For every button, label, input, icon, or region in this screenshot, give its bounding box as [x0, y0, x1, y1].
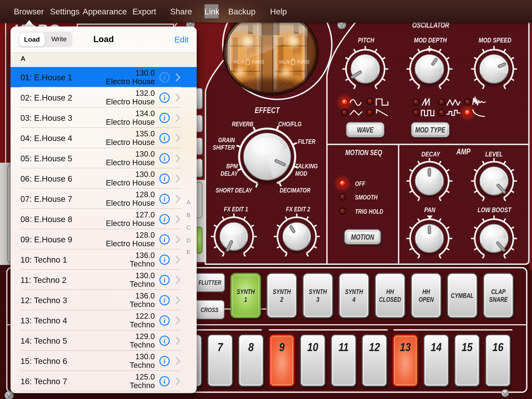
svg-text:CROSS: CROSS [201, 306, 218, 314]
svg-text:i: i [164, 175, 165, 182]
svg-text:i: i [164, 378, 165, 385]
svg-text:16: 16 [493, 341, 504, 354]
svg-text:i: i [164, 296, 165, 304]
svg-text:SYNTH: SYNTH [345, 288, 363, 296]
svg-text:FX EDIT 2: FX EDIT 2 [286, 205, 310, 213]
svg-text:i: i [164, 195, 165, 202]
svg-text:DECAY: DECAY [421, 150, 440, 158]
svg-text:FILTER: FILTER [298, 138, 316, 145]
svg-text:i: i [164, 236, 165, 243]
svg-text:MOD SPEED: MOD SPEED [479, 36, 511, 44]
svg-text:FLUTTER: FLUTTER [198, 279, 222, 286]
svg-text:i: i [164, 114, 165, 121]
svg-text:MOD DEPTH: MOD DEPTH [414, 36, 447, 44]
svg-text:HH: HH [386, 288, 394, 296]
svg-text:i: i [164, 74, 165, 81]
svg-text:3: 3 [317, 296, 320, 303]
svg-text:SYNTH: SYNTH [273, 288, 291, 296]
svg-text:i: i [164, 317, 165, 324]
svg-text:i: i [164, 357, 165, 365]
svg-text:OPEN: OPEN [419, 296, 434, 303]
svg-text:FORCE: FORCE [297, 59, 310, 64]
svg-text:GRAIN: GRAIN [218, 136, 235, 144]
svg-text:PAN: PAN [424, 206, 435, 214]
svg-text:i: i [164, 155, 165, 162]
svg-text:BPM: BPM [226, 162, 238, 170]
svg-text:MOTION SEQ: MOTION SEQ [345, 148, 382, 156]
svg-text:i: i [164, 94, 165, 101]
svg-text:2: 2 [280, 296, 283, 303]
svg-text:PITCH: PITCH [358, 36, 374, 44]
svg-text:15: 15 [462, 341, 473, 354]
svg-text:MOD: MOD [295, 170, 307, 177]
svg-text:8: 8 [248, 341, 254, 354]
svg-text:CLAP: CLAP [491, 288, 506, 296]
svg-text:SHORT DELAY: SHORT DELAY [215, 187, 253, 194]
svg-text:SMOOTH: SMOOTH [355, 194, 378, 201]
svg-text:i: i [164, 135, 165, 142]
svg-text:WAVE: WAVE [357, 126, 374, 134]
svg-text:7: 7 [217, 341, 223, 354]
svg-text:9: 9 [279, 341, 285, 354]
svg-text:4: 4 [352, 296, 355, 303]
svg-text:12: 12 [369, 341, 380, 354]
svg-text:MOTION: MOTION [351, 233, 374, 241]
svg-text:14: 14 [431, 341, 442, 354]
svg-text:REVERB: REVERB [232, 120, 253, 128]
svg-text:1: 1 [244, 296, 247, 303]
svg-text:HH: HH [422, 288, 430, 296]
svg-text:CYMBAL: CYMBAL [451, 292, 474, 299]
svg-text:DECIMATOR: DECIMATOR [280, 187, 310, 194]
svg-text:LOW BOOST: LOW BOOST [477, 206, 512, 214]
svg-text:SHIFTER: SHIFTER [213, 144, 235, 151]
svg-text:VALVE: VALVE [279, 59, 290, 64]
svg-text:11: 11 [338, 341, 349, 354]
svg-text:SNARE: SNARE [489, 296, 508, 303]
svg-text:OFF: OFF [355, 180, 365, 187]
svg-text:i: i [164, 337, 165, 344]
svg-text:SYNTH: SYNTH [309, 288, 327, 296]
svg-text:MOD TYPE: MOD TYPE [415, 126, 446, 134]
svg-text:10: 10 [307, 341, 318, 354]
svg-text:DELAY: DELAY [221, 170, 238, 177]
svg-text:TRIG HOLD: TRIG HOLD [355, 208, 383, 215]
svg-text:LEVEL: LEVEL [485, 150, 503, 158]
svg-text:i: i [164, 215, 165, 223]
svg-text:TALKING: TALKING [295, 162, 318, 170]
svg-text:SYNTH: SYNTH [237, 288, 255, 296]
svg-text:AMP: AMP [456, 147, 471, 156]
svg-text:FORCE: FORCE [252, 59, 265, 64]
svg-text:i: i [164, 256, 165, 263]
svg-text:CLOSED: CLOSED [379, 296, 401, 303]
svg-text:13: 13 [400, 341, 411, 354]
svg-text:CHO/FLG: CHO/FLG [278, 120, 301, 128]
svg-text:FX EDIT 1: FX EDIT 1 [224, 205, 248, 213]
svg-text:i: i [164, 276, 165, 283]
svg-text:EFFECT: EFFECT [255, 106, 280, 115]
